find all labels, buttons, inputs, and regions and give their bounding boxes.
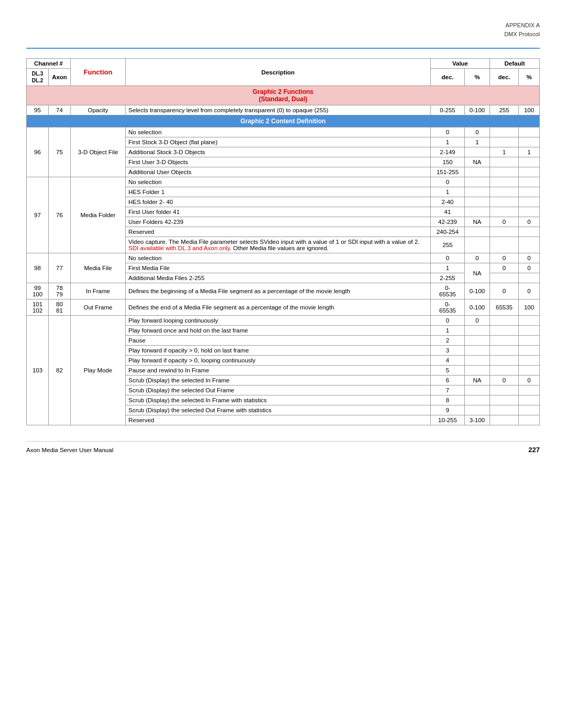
mf-pct-1 [465,177,490,187]
pm-def-pct-3 [519,336,540,346]
pm-pct-9 [465,395,490,405]
pm-pct-7: NA [465,376,490,386]
pm-val-6: 5 [431,366,465,376]
pm-def-dec-1 [490,316,519,326]
mf-desc-4: First User folder 41 [126,207,431,217]
pm-val-3: 2 [431,336,465,346]
mf-def-dec-2 [490,187,519,197]
mfile-def-dec-2: 0 [490,263,519,273]
mfile-def-dec-1: 0 [490,253,519,263]
pm-desc-5: Play forward if opacity > 0, looping con… [126,356,431,366]
mfile-pct-2: NA [465,263,490,283]
pm-def-dec-4 [490,346,519,356]
pm-def-dec-3 [490,336,519,346]
pm-desc-8: Scrub (Display) the selected Out Frame [126,386,431,395]
mf-val-5: 42-239 [431,217,465,227]
mf-def-dec-5: 0 [490,217,519,227]
opacity-function: Opacity [71,105,126,115]
pm-desc-2: Play forward once and hold on the last f… [126,326,431,336]
pm-desc-4: Play forward if opacity > 0, hold on las… [126,346,431,356]
object-ch-axon: 75 [49,127,71,177]
inframe-def-pct: 0 [519,283,540,299]
obj-pct-5 [465,167,490,177]
mfile-def-dec-3 [490,273,519,283]
inframe-val-dec: 0- 65535 [431,283,465,299]
pm-desc-11: Reserved [126,415,431,425]
mf-desc-6: Reserved [126,227,431,237]
opacity-def-pct: 100 [519,105,540,115]
mfolder-function: Media Folder [71,177,126,253]
pm-def-pct-6 [519,366,540,376]
footer-page: 227 [528,446,540,454]
obj-desc-1: No selection [126,127,431,137]
mf-desc-2: HES Folder 1 [126,187,431,197]
pm-val-2: 1 [431,326,465,336]
opacity-row: 95 74 Opacity Selects transparency level… [27,105,540,115]
obj-val-1: 0 [431,127,465,137]
inframe-def-dec: 0 [490,283,519,299]
mf-pct-4 [465,207,490,217]
pm-def-pct-2 [519,326,540,336]
description-header: Description [126,59,431,86]
pm-val-10: 9 [431,405,465,415]
mf-def-dec-7 [490,237,519,253]
obj-def-pct-5 [519,167,540,177]
mf-def-dec-4 [490,207,519,217]
obj-def-pct-1 [519,127,540,137]
mfolder-ch-axon: 76 [49,177,71,253]
mf-def-pct-5: 0 [519,217,540,227]
mf-def-dec-3 [490,197,519,207]
pm-def-pct-5 [519,356,540,366]
mf-def-dec-1 [490,177,519,187]
content-def-title: Graphic 2 Content Definition [27,115,540,127]
mf-desc-5: User Folders 42-239 [126,217,431,227]
top-divider [26,48,540,49]
pm-def-pct-8 [519,386,540,395]
pm-def-pct-4 [519,346,540,356]
mf-def-dec-6 [490,227,519,237]
mf-desc-1: No selection [126,177,431,187]
pm-desc-10: Scrub (Display) the selected Out Frame w… [126,405,431,415]
mfile-desc-1: No selection [126,253,431,263]
outframe-function: Out Frame [71,299,126,316]
obj-desc-3: Additional Stock 3-D Objects [126,147,431,157]
mf-val-7: 255 [431,237,465,253]
pm-pct-2 [465,326,490,336]
outframe-description: Defines the end of a Media File segment … [126,299,431,316]
pm-def-pct-1 [519,316,540,326]
mediafile-ch-axon: 77 [49,253,71,283]
pm-pct-11: 3-100 [465,415,490,425]
inframe-ch-axon: 78 79 [49,283,71,299]
pm-pct-4 [465,346,490,356]
pm-val-11: 10-255 [431,415,465,425]
opacity-ch-dl: 95 [27,105,49,115]
red-text-sdi: SDI available with DL.3 and Axon only [128,245,230,251]
obj-def-pct-4 [519,157,540,167]
mediafile-function: Media File [71,253,126,283]
inframe-ch-dl: 99 100 [27,283,49,299]
function-header: Function [71,59,126,86]
header-appendix: APPENDIX A DMX Protocol [26,21,540,38]
obj-def-dec-1 [490,127,519,137]
obj-pct-3 [465,147,490,157]
opacity-val-dec: 0-255 [431,105,465,115]
mf-def-pct-7 [519,237,540,253]
obj-def-dec-4 [490,157,519,167]
opacity-val-pct: 0-100 [465,105,490,115]
pm-val-8: 7 [431,386,465,395]
mfile-pct-1: 0 [465,253,490,263]
mf-def-pct-6 [519,227,540,237]
opacity-description: Selects transparency level from complete… [126,105,431,115]
object-row-1: 96 75 3-D Object File No selection 0 0 [27,127,540,137]
mf-pct-3 [465,197,490,207]
mediafile-row-1: 98 77 Media File No selection 0 0 0 0 [27,253,540,263]
mf-val-1: 0 [431,177,465,187]
mfile-desc-2: First Media File [126,263,431,273]
mfile-desc-3: Additional Media Files 2-255 [126,273,431,283]
pm-val-1: 0 [431,316,465,326]
mediafile-ch-dl: 98 [27,253,49,283]
mf-pct-5: NA [465,217,490,227]
object-ch-dl: 96 [27,127,49,177]
graphic2-title-line1: Graphic 2 Functions [29,88,537,95]
mf-val-3: 2-40 [431,197,465,207]
